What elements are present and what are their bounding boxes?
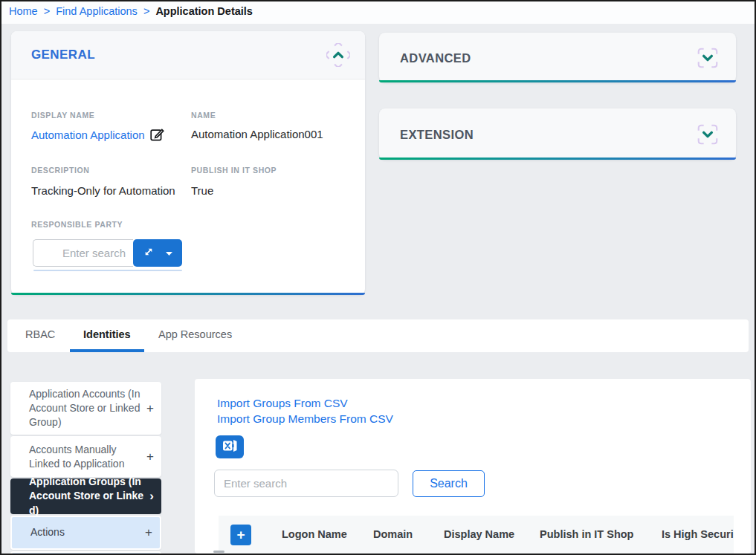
column-header-display-name[interactable]: Display Name bbox=[444, 528, 514, 540]
column-header-logon-name[interactable]: Logon Name bbox=[282, 528, 347, 540]
responsible-party-search-input[interactable] bbox=[33, 239, 133, 267]
extension-panel[interactable]: EXTENSION bbox=[379, 108, 736, 160]
column-header-domain[interactable]: Domain bbox=[373, 528, 413, 540]
display-name-value: Automation Application bbox=[31, 127, 164, 144]
advanced-panel[interactable]: ADVANCED bbox=[379, 33, 736, 82]
breadcrumb: Home > Find Applications > Application D… bbox=[9, 5, 253, 17]
sidebar-item-label: Actions bbox=[30, 525, 148, 539]
horizontal-scrollbar-thumb[interactable] bbox=[213, 551, 224, 553]
tab-app-resources[interactable]: App Resources bbox=[158, 328, 232, 340]
breadcrumb-current: Application Details bbox=[155, 5, 253, 17]
chevron-down-icon bbox=[696, 61, 720, 72]
name-value: Automation Application001 bbox=[191, 128, 323, 140]
groups-content-panel: Import Groups From CSV Import Group Memb… bbox=[195, 379, 751, 554]
breadcrumb-home[interactable]: Home bbox=[9, 5, 38, 17]
groups-table-header: + Logon Name Domain Display Name Publish… bbox=[219, 516, 734, 554]
breadcrumb-separator: > bbox=[44, 5, 50, 17]
responsible-party-underline bbox=[33, 270, 182, 271]
sidebar-item-label: Accounts Manually Linked to Application bbox=[29, 442, 146, 471]
search-button[interactable]: Search bbox=[413, 470, 485, 497]
responsible-party-expand-button[interactable] bbox=[133, 239, 182, 267]
sidebar-item-label: Application Accounts (In Account Store o… bbox=[29, 387, 146, 430]
general-panel: GENERAL DISPLAY NAME Autom bbox=[11, 31, 365, 295]
edit-icon[interactable] bbox=[149, 127, 164, 144]
general-panel-accent bbox=[11, 293, 365, 295]
sidebar-item-application-groups[interactable]: Application Groups (In Account Store or … bbox=[10, 478, 161, 514]
sidebar-item-label: Application Groups (In Account Store or … bbox=[29, 475, 146, 518]
import-group-members-csv-link[interactable]: Import Group Members From CSV bbox=[217, 412, 393, 426]
diagonal-expand-icon bbox=[142, 245, 155, 261]
tab-bar: RBAC Identities App Resources bbox=[7, 319, 749, 352]
advanced-expand-button[interactable] bbox=[696, 46, 720, 70]
publish-in-it-shop-value: True bbox=[191, 184, 213, 197]
responsible-party-picker bbox=[33, 239, 182, 267]
column-header-publish-in-it-shop[interactable]: Publish in IT Shop bbox=[540, 528, 633, 540]
general-collapse-button[interactable] bbox=[326, 43, 350, 67]
extension-panel-title: EXTENSION bbox=[400, 127, 474, 141]
plus-icon: + bbox=[146, 401, 154, 416]
application-details-screen: Home > Find Applications > Application D… bbox=[0, 0, 756, 555]
general-panel-header[interactable]: GENERAL bbox=[11, 31, 365, 79]
breadcrumb-separator: > bbox=[143, 5, 149, 17]
advanced-panel-accent bbox=[379, 80, 736, 82]
description-value: Tracking-Only for Automation bbox=[31, 184, 175, 197]
tab-rbac[interactable]: RBAC bbox=[25, 328, 55, 340]
publish-in-it-shop-label: PUBLISH IN IT SHOP bbox=[191, 166, 277, 175]
sidebar-item-actions[interactable]: Actions + bbox=[10, 516, 161, 550]
breadcrumb-find-applications[interactable]: Find Applications bbox=[56, 5, 138, 17]
group-search-input[interactable] bbox=[214, 470, 398, 497]
excel-icon bbox=[221, 438, 239, 456]
chevron-up-icon bbox=[326, 58, 350, 69]
breadcrumb-bar: Home > Find Applications > Application D… bbox=[1, 1, 755, 24]
sidebar-item-accounts-manually-linked[interactable]: Accounts Manually Linked to Application … bbox=[10, 436, 161, 477]
add-group-button[interactable]: + bbox=[230, 525, 251, 545]
advanced-panel-title: ADVANCED bbox=[400, 51, 471, 65]
extension-panel-accent bbox=[379, 158, 736, 160]
display-name-link[interactable]: Automation Application bbox=[31, 129, 145, 141]
responsible-party-label: RESPONSIBLE PARTY bbox=[31, 220, 123, 229]
plus-icon: + bbox=[145, 525, 152, 540]
general-panel-title: GENERAL bbox=[31, 48, 95, 62]
tab-identities[interactable]: Identities bbox=[83, 328, 131, 340]
chevron-right-icon: › bbox=[149, 489, 154, 504]
extension-expand-button[interactable] bbox=[696, 123, 720, 146]
display-name-label: DISPLAY NAME bbox=[31, 111, 94, 120]
import-groups-csv-link[interactable]: Import Groups From CSV bbox=[217, 397, 348, 410]
column-header-is-high-security[interactable]: Is High Securi bbox=[662, 528, 734, 540]
export-excel-button[interactable] bbox=[216, 435, 244, 458]
sidebar-item-partial[interactable] bbox=[10, 551, 161, 555]
caret-down-icon bbox=[165, 247, 173, 259]
description-label: DESCRIPTION bbox=[31, 166, 89, 175]
plus-icon: + bbox=[146, 449, 154, 464]
sidebar-item-application-accounts[interactable]: Application Accounts (In Account Store o… bbox=[10, 382, 161, 435]
chevron-down-icon bbox=[696, 137, 720, 149]
active-tab-underline bbox=[70, 349, 144, 352]
name-label: NAME bbox=[191, 111, 216, 120]
